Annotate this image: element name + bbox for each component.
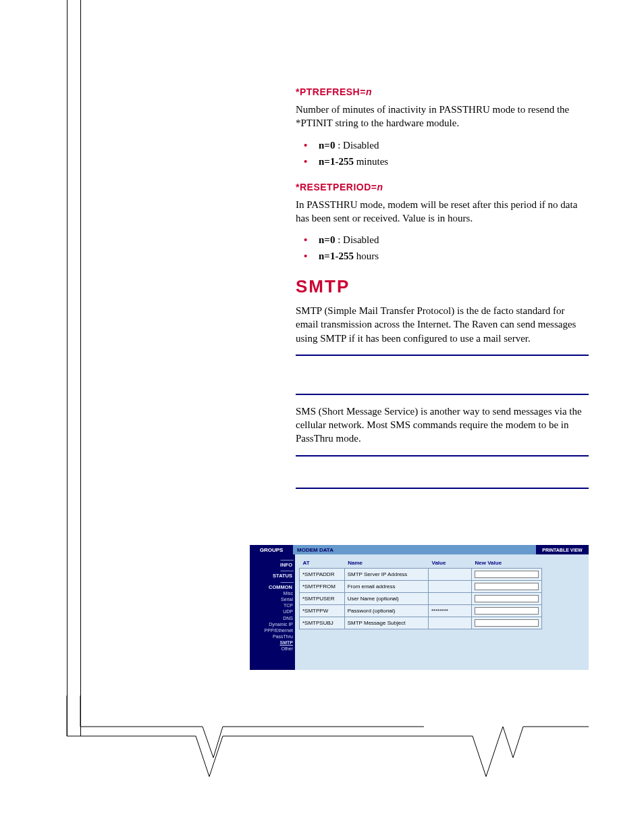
table-row: *SMTPPW Password (optional) ******** [300,605,542,617]
sidebar-item-info[interactable]: INFO [250,562,293,568]
new-value-input[interactable] [475,583,539,590]
cell-value [429,593,472,605]
sidebar-sub-serial[interactable]: Serial [250,596,293,602]
opt-bold: n=1-255 [319,251,354,261]
sidebar-sub-misc[interactable]: Misc [250,590,293,596]
sidebar-sub-udp[interactable]: UDP [250,608,293,615]
new-value-input[interactable] [475,571,539,578]
admin-tabs: GROUPS MODEM DATA PRINTABLE VIEW [250,545,589,554]
tab-modem-data[interactable]: MODEM DATA [293,545,536,554]
resetperiod-heading: *RESETPERIOD=n [296,182,589,192]
opt-rest: : Disabled [335,140,379,151]
section-title-smtp: SMTP [296,276,589,297]
sidebar: -------------- INFO -------------- STATU… [250,554,295,670]
divider [296,355,589,356]
sms-para: SMS (Short Message Service) is another w… [296,405,589,446]
cell-at: *SMTPADDR [300,569,345,581]
divider [296,455,589,457]
col-value: Value [429,558,472,569]
cell-value [429,581,472,593]
list-item: n=0 : Disabled [315,232,589,248]
list-item: n=0 : Disabled [315,137,589,153]
resetperiod-options: n=0 : Disabled n=1-255 hours [296,232,589,264]
data-grid-area: AT Name Value New Value *SMTPADDR SMTP S… [295,554,589,670]
resetperiod-param: n [377,182,383,192]
opt-rest: : Disabled [335,234,379,245]
table-row: *SMTPSUBJ SMTP Message Subject [300,617,542,629]
smtp-para1: SMTP (Simple Mail Transfer Protocol) is … [296,304,589,345]
ptrefresh-options: n=0 : Disabled n=1-255 minutes [296,137,589,170]
col-name: Name [344,558,428,569]
table-row: *SMTPADDR SMTP Server IP Address [300,569,542,581]
text-column: *PTREFRESH=n Number of minutes of inacti… [296,74,589,498]
opt-bold: n=0 [319,234,335,245]
cell-at: *SMTPUSER [300,593,345,605]
sidebar-sub-ppp-ethernet[interactable]: PPP/Ethernet [250,627,293,633]
sidebar-sub-other[interactable]: Other [250,646,293,652]
cell-at: *SMTPPW [300,605,345,617]
table-row: *SMTPFROM From email address [300,581,542,593]
table-row: *SMTPUSER User Name (optional) [300,593,542,605]
list-item: n=1-255 minutes [315,153,589,170]
resetperiod-cmd: *RESETPERIOD= [296,182,377,192]
cell-new-value [472,581,542,593]
divider [296,394,589,395]
ptrefresh-param: n [366,86,372,97]
cell-value [429,617,472,629]
sidebar-divider: -------------- [250,568,293,573]
cell-value: ******** [429,605,472,617]
sidebar-sub-tcp[interactable]: TCP [250,602,293,608]
ptrefresh-cmd: *PTREFRESH= [296,86,366,97]
sidebar-divider: -------------- [250,557,293,562]
cell-name: SMTP Message Subject [344,617,428,629]
divider [296,488,589,489]
sidebar-sub-passthru[interactable]: PassThru [250,633,293,640]
new-value-input[interactable] [475,595,539,602]
tab-printable-view[interactable]: PRINTABLE VIEW [536,545,589,554]
sidebar-sub-dynamic-ip[interactable]: Dynamic IP [250,621,293,627]
opt-bold: n=1-255 [319,156,354,167]
opt-rest: hours [354,251,379,261]
cell-new-value [472,617,542,629]
ptrefresh-heading: *PTREFRESH=n [296,86,589,97]
resetperiod-desc: In PASSTHRU mode, modem will be reset af… [296,198,589,226]
cell-new-value [472,605,542,617]
sidebar-sub-dns[interactable]: DNS [250,615,293,621]
cell-name: From email address [344,581,428,593]
cell-value [429,569,472,581]
sidebar-sub-smtp[interactable]: SMTP [250,640,293,646]
tab-groups[interactable]: GROUPS [250,545,293,554]
opt-bold: n=0 [319,140,335,151]
new-value-input[interactable] [475,619,539,627]
new-value-input[interactable] [475,607,539,615]
margin-rule-outer [67,0,68,736]
page-footer-deco [0,696,644,804]
sidebar-divider: -------------- [250,579,293,584]
margin-rule-inner [80,0,81,736]
cell-name: Password (optional) [344,605,428,617]
cell-at: *SMTPFROM [300,581,345,593]
col-at: AT [300,558,345,569]
cell-name: SMTP Server IP Address [344,569,428,581]
cell-new-value [472,569,542,581]
opt-rest: minutes [354,156,388,167]
list-item: n=1-255 hours [315,248,589,264]
cell-name: User Name (optional) [344,593,428,605]
sidebar-item-status[interactable]: STATUS [250,573,293,579]
table-header-row: AT Name Value New Value [300,558,542,569]
ptrefresh-desc: Number of minutes of inactivity in PASST… [296,103,589,130]
cell-at: *SMTPSUBJ [300,617,345,629]
sidebar-item-common[interactable]: COMMON [250,584,293,590]
cell-new-value [472,593,542,605]
smtp-settings-table: AT Name Value New Value *SMTPADDR SMTP S… [299,558,542,629]
admin-panel: GROUPS MODEM DATA PRINTABLE VIEW -------… [250,545,589,670]
col-new-value: New Value [472,558,542,569]
